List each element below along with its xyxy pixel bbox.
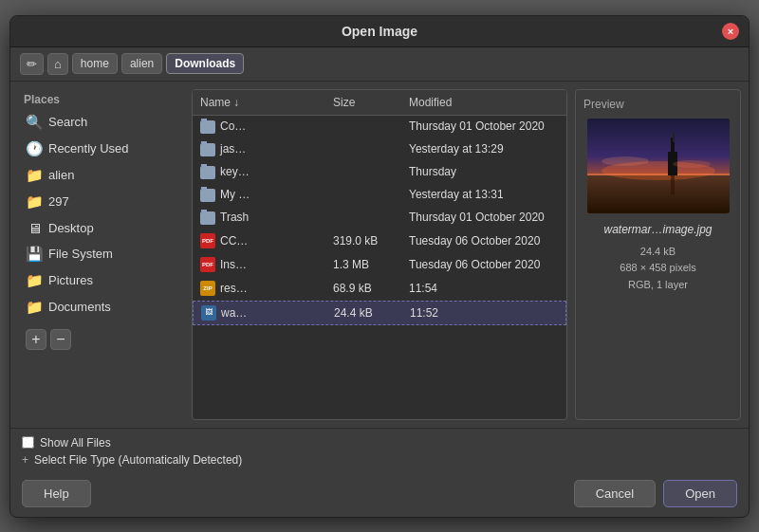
file-name-text: Ins… [220, 258, 247, 271]
sidebar-item-filesystem[interactable]: 💾 File System [18, 242, 184, 266]
svg-point-8 [602, 156, 649, 166]
table-row[interactable]: key… Thursday [193, 161, 566, 184]
buttons-row: Help Cancel Open [10, 474, 749, 517]
cancel-button[interactable]: Cancel [574, 480, 656, 507]
show-all-files-label: Show All Files [40, 436, 111, 449]
dialog-title: Open Image [342, 24, 417, 39]
table-row[interactable]: PDF CC… 319.0 kB Tuesday 06 October 2020 [193, 229, 566, 253]
path-item-home[interactable]: home [72, 53, 118, 74]
bottom-section: Show All Files + Select File Type (Autom… [10, 428, 749, 474]
file-cell-size: 24.4 kB [326, 305, 402, 321]
file-name-text: My … [220, 188, 250, 201]
column-header-size[interactable]: Size [325, 94, 401, 111]
table-row[interactable]: ZIP res… 68.9 kB 11:54 [193, 277, 566, 301]
table-row[interactable]: PDF Ins… 1.3 MB Tuesday 06 October 2020 [193, 253, 566, 277]
sidebar-item-desktop[interactable]: 🖥 Desktop [18, 216, 184, 240]
folder-icon-297: 📁 [26, 193, 43, 211]
file-cell-name: Trash [193, 210, 325, 226]
file-cell-modified: Tuesday 06 October 2020 [401, 233, 566, 248]
sidebar-item-recently-used[interactable]: 🕐 Recently Used [18, 137, 184, 161]
file-cell-size [325, 171, 401, 173]
show-all-files-row: Show All Files [22, 436, 737, 449]
home-icon[interactable]: ⌂ [47, 53, 68, 75]
file-name-text: Trash [220, 211, 249, 224]
preview-svg [587, 119, 730, 213]
path-item-downloads[interactable]: Downloads [166, 53, 244, 74]
file-cell-name: jas… [193, 141, 325, 157]
add-bookmark-button[interactable]: + [26, 329, 46, 350]
column-header-name[interactable]: Name ↓ [193, 94, 325, 111]
add-remove-section: + − [18, 325, 184, 354]
file-list-body: Co… Thursday 01 October 2020 jas… Yester… [193, 116, 566, 419]
preview-panel: Preview [575, 89, 741, 420]
file-name-text: Co… [220, 119, 246, 133]
table-row[interactable]: Trash Thursday 01 October 2020 [193, 207, 566, 229]
file-cell-modified: Thursday 01 October 2020 [401, 119, 566, 134]
file-panel: Name ↓ Size Modified Co… Thursday 0 [192, 89, 567, 420]
file-cell-modified: 11:52 [402, 305, 565, 321]
sidebar-item-documents[interactable]: 📁 Documents [18, 295, 184, 320]
file-cell-name: My … [193, 187, 325, 203]
toolbar: ✏ ⌂ home alien Downloads [10, 47, 749, 82]
file-cell-size [325, 148, 401, 150]
clock-icon: 🕐 [26, 140, 43, 157]
file-cell-modified: Tuesday 06 October 2020 [401, 257, 566, 272]
help-button[interactable]: Help [22, 480, 91, 507]
file-cell-modified: Yesterday at 13:29 [401, 141, 566, 156]
table-row[interactable]: jas… Yesterday at 13:29 [193, 138, 566, 161]
sidebar-item-desktop-label: Desktop [48, 221, 94, 235]
preview-label: Preview [583, 98, 624, 111]
folder-icon-alien: 📁 [26, 167, 43, 184]
file-cell-size: 1.3 MB [325, 257, 401, 272]
edit-path-button[interactable]: ✏ [20, 53, 44, 75]
preview-meta: 24.4 kB 688 × 458 pixels RGB, 1 layer [620, 244, 695, 294]
file-cell-size: 319.0 kB [325, 233, 401, 248]
sidebar-item-alien-label: alien [48, 168, 74, 182]
preview-filename: watermar…image.jpg [603, 223, 712, 236]
file-cell-name: key… [193, 164, 325, 180]
file-name-text: key… [220, 165, 250, 178]
open-image-dialog: Open Image × ✏ ⌂ home alien Downloads Pl… [9, 15, 750, 518]
svg-rect-3 [587, 174, 730, 175]
file-cell-size [325, 193, 401, 195]
drive-icon: 💾 [26, 246, 43, 263]
path-item-alien[interactable]: alien [121, 53, 162, 74]
select-file-type-row[interactable]: + Select File Type (Automatically Detect… [22, 453, 737, 467]
sidebar-item-filesystem-label: File System [48, 247, 113, 261]
titlebar: Open Image × [10, 16, 749, 47]
right-buttons: Cancel Open [574, 480, 737, 507]
preview-color-info: RGB, 1 layer [620, 277, 695, 294]
file-cell-name: PDF Ins… [193, 256, 325, 273]
folder-icon-documents: 📁 [26, 299, 43, 316]
file-name-text: CC… [220, 234, 248, 248]
file-cell-name: Co… [193, 119, 325, 135]
column-header-modified[interactable]: Modified [401, 94, 566, 111]
show-all-files-checkbox[interactable] [22, 436, 34, 449]
sidebar-item-search[interactable]: 🔍 Search [18, 110, 184, 135]
file-cell-modified: Yesterday at 13:31 [401, 187, 566, 202]
sidebar-item-recently-used-label: Recently Used [48, 141, 129, 156]
preview-image [587, 119, 730, 213]
file-cell-size [325, 216, 401, 218]
table-row[interactable]: My … Yesterday at 13:31 [193, 184, 566, 207]
sidebar-item-297[interactable]: 📁 297 [18, 190, 184, 214]
file-name-text: wa… [221, 306, 247, 320]
file-cell-name: ZIP res… [193, 280, 325, 297]
remove-bookmark-button[interactable]: − [50, 329, 71, 350]
select-file-type-label: Select File Type (Automatically Detected… [34, 453, 242, 467]
sidebar-item-pictures[interactable]: 📁 Pictures [18, 268, 184, 293]
sidebar-item-alien[interactable]: 📁 alien [18, 163, 184, 188]
search-icon: 🔍 [26, 114, 43, 131]
table-row[interactable]: 🖼 wa… 24.4 kB 11:52 [193, 301, 566, 325]
close-button[interactable]: × [722, 23, 739, 40]
open-button[interactable]: Open [663, 480, 737, 507]
file-cell-modified: 11:54 [401, 281, 566, 296]
svg-point-9 [673, 160, 711, 168]
file-cell-size: 68.9 kB [325, 281, 401, 296]
sidebar-item-pictures-label: Pictures [48, 273, 93, 287]
file-cell-modified: Thursday 01 October 2020 [401, 210, 566, 225]
table-row[interactable]: Co… Thursday 01 October 2020 [193, 116, 566, 138]
svg-rect-1 [587, 175, 730, 213]
svg-rect-7 [671, 175, 675, 194]
preview-dimensions: 688 × 458 pixels [620, 260, 695, 277]
